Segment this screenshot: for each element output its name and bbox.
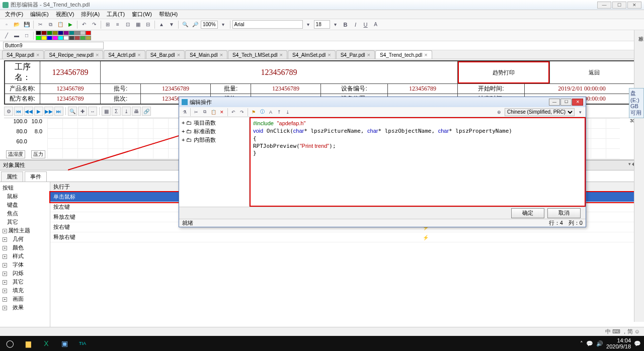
save-icon[interactable]: 💾 (22, 20, 31, 29)
menu-item[interactable]: 工具(T) (104, 10, 128, 19)
fillcolor-icon[interactable]: ▬ (12, 31, 21, 40)
trend-last-icon[interactable]: ⏭ (54, 107, 63, 116)
paste-icon[interactable]: 📋 (56, 20, 65, 29)
underline-icon[interactable]: U (361, 20, 370, 29)
open-icon[interactable]: 📂 (12, 20, 21, 29)
color-swatch[interactable] (47, 31, 52, 35)
document-tab[interactable]: S4_Tech_LMSet.pdl× (228, 50, 287, 59)
close-button[interactable]: ✕ (627, 2, 641, 9)
trend-stats-icon[interactable]: Σ (112, 107, 121, 116)
explorer-icon[interactable]: ▆ (21, 338, 35, 349)
new-icon[interactable]: ▫ (2, 20, 11, 29)
max-button[interactable]: ☐ (612, 2, 626, 9)
bold-icon[interactable]: B (341, 20, 350, 29)
zoomout-icon[interactable]: 🔎 (191, 20, 200, 29)
tree-node[interactable]: 鼠标 (2, 192, 48, 201)
trend-link-icon[interactable]: 🔗 (142, 107, 151, 116)
color-swatch[interactable] (52, 36, 58, 40)
document-tab[interactable]: S4_Main.pdl× (185, 50, 227, 59)
tree-node[interactable]: 其它 (2, 218, 48, 226)
right-toolbox[interactable]: 标准 (634, 30, 644, 322)
zoomin-icon[interactable]: 🔍 (181, 20, 190, 29)
trend-first-icon[interactable]: ⏮ (14, 107, 23, 116)
system-clock[interactable]: 14:042020/9/18 (606, 337, 631, 349)
color-swatch[interactable] (80, 31, 86, 35)
color-swatch[interactable] (69, 36, 74, 40)
trend-prev-icon[interactable]: ◀◀ (24, 107, 33, 116)
color-swatch[interactable] (74, 36, 80, 40)
tab-close-icon[interactable]: × (137, 52, 140, 58)
menu-item[interactable]: 窗口(W) (129, 10, 155, 19)
dlg-compile-icon[interactable]: ⚗ (181, 108, 189, 116)
menu-item[interactable]: 帮助(H) (156, 10, 181, 19)
dlg-copy-icon[interactable]: ⧉ (201, 108, 209, 116)
zoom-field[interactable]: 100% (201, 21, 218, 29)
copy-icon[interactable]: ⧉ (46, 20, 55, 29)
undo-icon[interactable]: ↶ (79, 20, 89, 29)
document-tab[interactable]: S4_Trend_tech.pdl× (375, 50, 432, 59)
color-swatch[interactable] (63, 36, 69, 40)
menu-item[interactable]: 视图(V) (53, 10, 77, 19)
color-swatch[interactable] (86, 31, 91, 35)
grid-icon[interactable]: ⊞ (103, 20, 112, 29)
document-tab[interactable]: S4_Actrl.pdl× (104, 50, 145, 59)
tray-vol-icon[interactable]: 🔊 (596, 340, 603, 347)
disk-notification[interactable]: 盘 (E:)GB 可用 (629, 88, 644, 118)
trend-print-button[interactable]: 趋势打印 (458, 61, 549, 83)
tia-icon[interactable]: TIA (75, 338, 90, 349)
fn-node[interactable]: + 🗀 项目函数 (181, 119, 248, 127)
document-tab[interactable]: S4_AlmSet.pdl× (288, 50, 336, 59)
trend-next-icon[interactable]: ▶▶ (44, 107, 53, 116)
trend-config-icon[interactable]: ⚙ (4, 107, 13, 116)
menu-item[interactable]: 排列(A) (78, 10, 103, 19)
tree-node[interactable]: 按钮 (2, 184, 48, 192)
group-icon[interactable]: ⊡ (123, 20, 132, 29)
dlg-help-icon[interactable]: ▾ (576, 108, 584, 116)
italic-icon[interactable]: I (351, 20, 360, 29)
prop-tree[interactable]: 按钮 鼠标 键盘 焦点 其它+属性主题+ 几何+ 颜色+ 样式+ 字体+ 闪烁+… (0, 182, 50, 351)
color-swatch[interactable] (47, 36, 52, 40)
color-swatch[interactable] (36, 36, 41, 40)
tab-close-icon[interactable]: × (220, 52, 223, 58)
tab-close-icon[interactable]: × (424, 52, 427, 58)
run-icon[interactable]: ▶ (66, 20, 75, 29)
tab-close-icon[interactable]: × (367, 52, 370, 58)
tree-node[interactable]: + 样式 (2, 252, 48, 260)
dlg-close-button[interactable]: ✕ (572, 99, 583, 106)
color-swatch[interactable] (41, 31, 47, 35)
excel-icon[interactable]: X (39, 338, 53, 349)
start-button[interactable]: ◯ (3, 338, 17, 349)
document-tab[interactable]: S4_Rpar.pdl× (2, 50, 44, 59)
tab-close-icon[interactable]: × (36, 52, 39, 58)
dlg-info-icon[interactable]: ⓘ (258, 108, 266, 116)
trend-zoom-icon[interactable]: 🔍 (68, 107, 77, 116)
menu-item[interactable]: 编辑(E) (27, 10, 52, 19)
tree-node[interactable]: + 效果 (2, 303, 48, 312)
color-swatch[interactable] (58, 36, 63, 40)
tab-close-icon[interactable]: × (96, 52, 99, 58)
trend-export-icon[interactable]: ⤓ (122, 107, 131, 116)
color-swatch[interactable] (74, 31, 80, 35)
tab-events[interactable]: 事件 (25, 171, 47, 182)
tree-node[interactable]: + 颜色 (2, 243, 48, 252)
tree-node[interactable]: + 填充 (2, 286, 48, 295)
tree-node[interactable]: + 闪烁 (2, 269, 48, 278)
font-dropdown-icon[interactable]: ▾ (304, 20, 313, 29)
dlg-undo-icon[interactable]: ↶ (229, 108, 237, 116)
tab-close-icon[interactable]: × (328, 52, 331, 58)
snap-icon[interactable]: ⊟ (143, 20, 152, 29)
tray-net-icon[interactable]: 💬 (586, 340, 593, 347)
align-icon[interactable]: ≡ (113, 20, 122, 29)
tree-node[interactable]: + 画面 (2, 295, 48, 303)
tab-close-icon[interactable]: × (280, 52, 283, 58)
object-name-input[interactable] (3, 42, 104, 49)
dlg-font-icon[interactable]: A (267, 108, 275, 116)
color-swatch[interactable] (69, 31, 74, 35)
dlg-paste-icon[interactable]: 📋 (209, 108, 217, 116)
dlg-cut-icon[interactable]: ✂ (192, 108, 200, 116)
document-tab[interactable]: S4_Par.pdl× (336, 50, 375, 59)
code-editor[interactable]: #include "apdefap.h" void OnClick(char* … (250, 117, 586, 207)
linecolor-icon[interactable]: ╱ (2, 31, 11, 40)
color-swatch[interactable] (41, 36, 47, 40)
function-tree[interactable]: + 🗀 项目函数+ 🗀 标准函数+ 🗀 内部函数 (179, 117, 250, 207)
